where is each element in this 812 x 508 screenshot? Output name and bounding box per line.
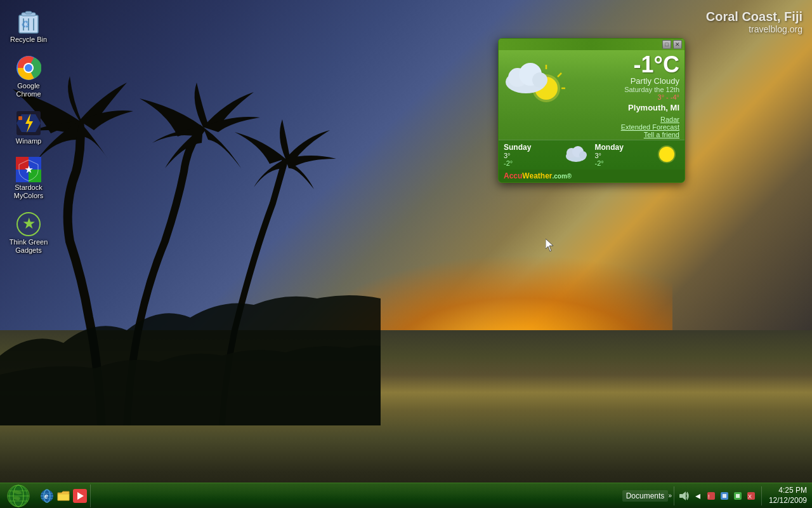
weather-condition: Partly Cloudy bbox=[568, 76, 679, 86]
desktop-icons: ♻ Recycle Bin bbox=[6, 6, 51, 258]
svg-marker-55 bbox=[683, 491, 686, 500]
forecast-monday-name: Monday bbox=[595, 143, 655, 152]
svg-text:★: ★ bbox=[25, 164, 33, 175]
taskbar: e Documents » bbox=[0, 483, 812, 508]
forecast-sunday-name: Sunday bbox=[504, 143, 563, 152]
svg-point-36 bbox=[658, 145, 676, 163]
winamp-label: Winamp bbox=[16, 137, 41, 145]
accuweather-bar: AccuWeather.com® bbox=[499, 170, 684, 182]
palm-silhouette bbox=[0, 76, 381, 425]
google-chrome-icon[interactable]: GoogleChrome bbox=[6, 53, 51, 101]
svg-line-25 bbox=[558, 73, 561, 77]
svg-rect-2 bbox=[25, 11, 32, 14]
recycle-bin-icon[interactable]: ♻ Recycle Bin bbox=[6, 6, 51, 46]
weather-widget: □ ✕ bbox=[498, 38, 685, 183]
weather-temperature: -1°C bbox=[568, 53, 679, 76]
forecast-sunday-high: 3° bbox=[504, 152, 563, 159]
taskbar-time: 4:25 PM bbox=[769, 486, 807, 496]
watermark-subtitle: travelblog.org bbox=[706, 24, 802, 34]
systray-speaker-icon[interactable] bbox=[679, 490, 690, 502]
stardock-image: ★ bbox=[16, 157, 41, 182]
taskbar-folder-icon[interactable] bbox=[56, 488, 71, 504]
recycle-bin-image: ♻ bbox=[16, 9, 41, 34]
svg-text:★: ★ bbox=[22, 215, 36, 232]
weather-location: Plymouth, MI bbox=[568, 103, 679, 112]
taskbar-expand-arrows[interactable]: » bbox=[668, 492, 672, 499]
systray-icon4[interactable]: X bbox=[745, 490, 757, 502]
stardock-mycolors-icon[interactable]: ★ StardockMyColors bbox=[6, 154, 51, 203]
watermark: Coral Coast, Fiji travelblog.org bbox=[706, 10, 802, 34]
taskbar-quick-launch: e bbox=[37, 485, 91, 507]
systray-icon2[interactable] bbox=[719, 490, 730, 502]
taskbar-ie-icon[interactable]: e bbox=[39, 488, 55, 504]
svg-rect-61 bbox=[736, 494, 740, 498]
systray-arrow-icon[interactable]: ◂ bbox=[692, 490, 704, 502]
taskbar-documents-button[interactable]: Documents bbox=[622, 490, 669, 502]
svg-point-30 bbox=[532, 72, 547, 88]
widget-close-button[interactable]: ✕ bbox=[673, 40, 682, 49]
think-green-label: Think GreenGadgets bbox=[10, 238, 48, 255]
systray-icon3[interactable] bbox=[732, 490, 743, 502]
svg-rect-14 bbox=[18, 116, 22, 120]
radar-link[interactable]: Radar bbox=[504, 116, 679, 123]
forecast-sunday: Sunday 3° -2° bbox=[504, 143, 563, 167]
taskbar-systray: ◂ ! bbox=[676, 490, 759, 502]
svg-rect-59 bbox=[723, 494, 726, 498]
weather-date: Saturday the 12th bbox=[568, 86, 679, 93]
accuweather-logo: AccuWeather.com® bbox=[504, 171, 572, 180]
taskbar-date: 12/12/2009 bbox=[769, 496, 807, 506]
forecast-monday: Monday 3° -2° bbox=[595, 143, 655, 167]
widget-info: -1°C Partly Cloudy Saturday the 12th 3° … bbox=[565, 53, 679, 112]
svg-point-34 bbox=[579, 151, 587, 159]
taskbar-separator bbox=[674, 486, 674, 505]
taskbar-separator-2 bbox=[761, 486, 762, 505]
widget-titlebar: □ ✕ bbox=[499, 39, 684, 50]
recycle-bin-label: Recycle Bin bbox=[10, 36, 47, 44]
think-green-image: ★ bbox=[16, 211, 41, 237]
desktop: Coral Coast, Fiji travelblog.org ♻ Recyc… bbox=[0, 0, 812, 508]
chrome-label: GoogleChrome bbox=[16, 82, 41, 98]
taskbar-clock[interactable]: 4:25 PM 12/12/2009 bbox=[764, 486, 812, 505]
svg-text:!: ! bbox=[708, 493, 710, 500]
tell-friend-link[interactable]: Tell a friend bbox=[504, 131, 679, 138]
winamp-image bbox=[16, 110, 41, 136]
extended-forecast-link[interactable]: Extended Forecast bbox=[504, 123, 679, 131]
systray-icon1[interactable]: ! bbox=[705, 490, 717, 502]
watermark-title: Coral Coast, Fiji bbox=[706, 10, 802, 24]
winamp-icon[interactable]: Winamp bbox=[6, 108, 51, 148]
taskbar-start-button[interactable] bbox=[0, 483, 37, 509]
widget-links: Radar Extended Forecast Tell a friend bbox=[499, 116, 684, 140]
weather-icon-area bbox=[502, 53, 565, 104]
forecast-sunday-icon bbox=[563, 143, 589, 165]
forecast-monday-low: -2° bbox=[595, 159, 655, 167]
forecast-row: Sunday 3° -2° Monday 3° -2° bbox=[499, 140, 684, 170]
widget-main-content: -1°C Partly Cloudy Saturday the 12th 3° … bbox=[499, 50, 684, 116]
globe-icon bbox=[7, 485, 30, 507]
forecast-monday-icon bbox=[654, 143, 679, 165]
forecast-monday-high: 3° bbox=[595, 152, 655, 159]
svg-rect-54 bbox=[679, 494, 683, 498]
svg-text:e: e bbox=[44, 493, 48, 500]
chrome-image bbox=[16, 55, 41, 81]
think-green-gadgets-icon[interactable]: ★ Think GreenGadgets bbox=[6, 209, 51, 257]
stardock-label: StardockMyColors bbox=[14, 184, 43, 200]
svg-point-9 bbox=[25, 64, 32, 72]
forecast-sunday-low: -2° bbox=[504, 159, 563, 167]
weather-range: 3° - -4° bbox=[568, 93, 679, 101]
svg-text:X: X bbox=[748, 493, 752, 500]
widget-restore-button[interactable]: □ bbox=[662, 40, 671, 49]
taskbar-media-icon[interactable] bbox=[72, 488, 88, 504]
svg-text:♻: ♻ bbox=[21, 19, 30, 30]
